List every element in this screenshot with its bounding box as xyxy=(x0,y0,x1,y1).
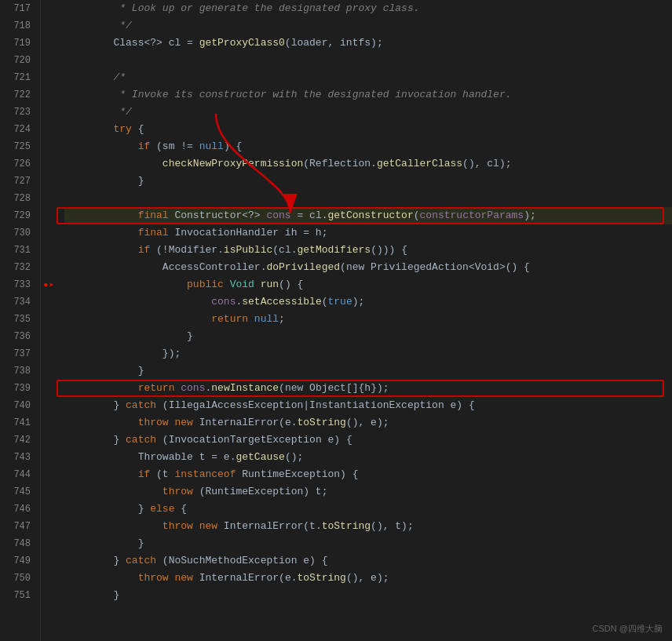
gutter-cell xyxy=(41,138,57,155)
token: } xyxy=(113,552,126,570)
gutter-cell xyxy=(41,414,57,432)
token xyxy=(224,276,230,293)
line-number: 717 xyxy=(6,0,34,17)
token: () { xyxy=(279,276,303,293)
token: return xyxy=(211,311,248,328)
token: catch xyxy=(126,397,156,414)
token: = cl. xyxy=(291,207,328,224)
token: (new PrivilegedAction<Void>() { xyxy=(340,259,530,276)
code-line: final InvocationHandler ih = h; xyxy=(64,224,672,242)
gutter-cell: ●➤ xyxy=(41,276,57,293)
token: } xyxy=(113,587,119,604)
token: try xyxy=(113,121,131,138)
token: } xyxy=(138,362,144,380)
token: (), cl); xyxy=(462,155,511,173)
line-number: 738 xyxy=(6,362,34,380)
line-number: 718 xyxy=(6,17,34,35)
token: * Invoke its constructor with the design… xyxy=(113,86,511,104)
gutter-cell xyxy=(41,518,57,535)
gutter-cell xyxy=(41,311,57,328)
line-number: 749 xyxy=(6,552,34,570)
token: null xyxy=(199,138,224,155)
line-number: 746 xyxy=(6,501,34,518)
line-number: 745 xyxy=(6,483,34,501)
gutter-cell xyxy=(41,35,57,52)
code-line: } catch (NoSuchMethodException e) { xyxy=(64,552,672,570)
token: instanceof xyxy=(174,466,236,483)
token: new xyxy=(174,414,192,432)
token: if xyxy=(138,138,151,155)
code-line: throw new InternalError(t.toString(), t)… xyxy=(64,518,672,535)
gutter-cell xyxy=(41,362,57,380)
line-number: 734 xyxy=(6,293,34,311)
gutter-cell xyxy=(41,190,57,207)
code-line: } xyxy=(64,362,672,380)
gutter-cell xyxy=(41,121,57,138)
code-line: if (t instanceof RuntimeException) { xyxy=(64,466,672,483)
line-number: 750 xyxy=(6,570,34,587)
gutter-cell xyxy=(41,293,57,311)
token: . xyxy=(236,293,242,311)
token: InternalError(e. xyxy=(193,570,298,587)
token: getProxyClass0 xyxy=(199,35,285,52)
token: InvocationHandler ih = h; xyxy=(169,224,328,242)
token: final xyxy=(138,224,169,242)
gutter-cell xyxy=(41,397,57,414)
code-line xyxy=(64,190,672,207)
line-numbers: 7177187197207217227237247257267277287297… xyxy=(0,0,41,641)
token: getModifiers xyxy=(298,242,371,259)
token: ; xyxy=(279,311,285,328)
token: (), e); xyxy=(346,414,389,432)
token: public xyxy=(187,276,224,293)
code-line: } catch (IllegalAccessException|Instanti… xyxy=(64,397,672,414)
token: toString xyxy=(297,570,345,587)
gutter-cell xyxy=(41,86,57,104)
token: setAccessible xyxy=(242,293,321,311)
token: (InvocationTargetException e) { xyxy=(156,432,352,449)
gutter-cell xyxy=(41,345,57,362)
code-line: final Constructor<?> cons = cl.getConstr… xyxy=(64,207,672,224)
token: run xyxy=(261,276,279,293)
token: InternalError(e. xyxy=(193,414,298,432)
code-line: cons.setAccessible(true); xyxy=(64,293,672,311)
gutter-cell xyxy=(41,0,57,17)
gutter: ●➤ xyxy=(41,0,57,641)
line-number: 748 xyxy=(6,535,34,552)
line-number: 721 xyxy=(6,69,34,86)
gutter-cell xyxy=(41,155,57,173)
token: else xyxy=(150,501,174,518)
gutter-cell xyxy=(41,328,57,345)
token: (), t); xyxy=(371,518,414,535)
line-number: 728 xyxy=(6,190,34,207)
token: throw xyxy=(163,518,193,535)
token: catch xyxy=(126,552,156,570)
token: } xyxy=(187,328,193,345)
code-line: * Look up or generate the designated pro… xyxy=(64,0,672,17)
token: */ xyxy=(113,104,131,121)
token: Modifier. xyxy=(169,242,224,259)
token: getCause xyxy=(236,449,284,466)
code-line: throw new InternalError(e.toString(), e)… xyxy=(64,414,672,432)
token: final xyxy=(138,207,169,224)
line-number: 725 xyxy=(6,138,34,155)
token: if xyxy=(138,242,151,259)
token: if xyxy=(138,466,151,483)
token: AccessController. xyxy=(163,259,267,276)
line-number: 719 xyxy=(6,35,34,52)
code-line xyxy=(64,52,672,69)
gutter-cell xyxy=(41,380,57,397)
gutter-cell xyxy=(41,259,57,276)
code-line: } xyxy=(64,173,672,190)
code-line: } catch (InvocationTargetException e) { xyxy=(64,432,672,449)
token: throw xyxy=(138,414,169,432)
line-number: 733 xyxy=(6,276,34,293)
line-number: 744 xyxy=(6,466,34,483)
token: (IllegalAccessException|InstantiationExc… xyxy=(156,397,475,414)
code-line: if (sm != null) { xyxy=(64,138,672,155)
code-line: } xyxy=(64,587,672,604)
code-line: throw new InternalError(e.toString(), e)… xyxy=(64,570,672,587)
gutter-cell xyxy=(41,52,57,69)
line-number: 727 xyxy=(6,173,34,190)
line-number: 743 xyxy=(6,449,34,466)
line-number: 731 xyxy=(6,242,34,259)
